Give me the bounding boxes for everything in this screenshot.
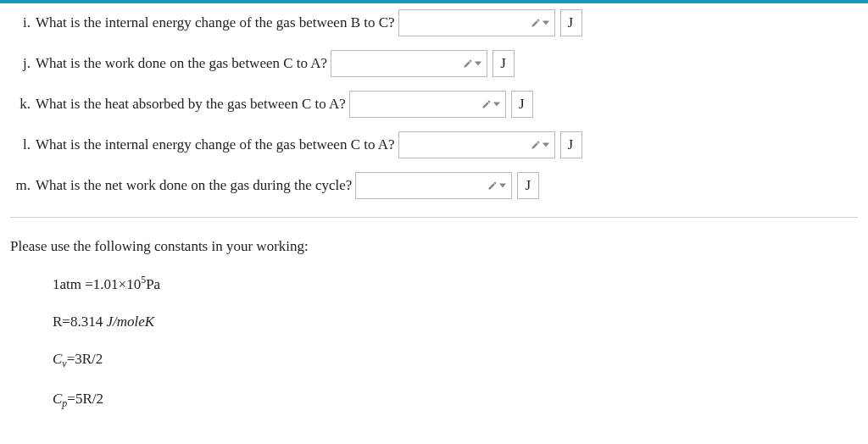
constant-cp: Cp=5R/2 (53, 391, 861, 410)
question-text: What is the work done on the gas between… (36, 55, 331, 72)
constant-atm: 1atm =1.01×105Pa (53, 274, 861, 293)
section-divider (10, 217, 858, 218)
answer-input-m[interactable] (355, 172, 512, 199)
question-row-l: l. What is the internal energy change of… (7, 130, 861, 159)
question-row-i: i. What is the internal energy change of… (7, 8, 861, 37)
answer-input-k[interactable] (349, 91, 506, 118)
question-text: What is the heat absorbed by the gas bet… (36, 96, 349, 113)
question-marker: j. (7, 55, 36, 72)
question-text: What is the net work done on the gas dur… (36, 177, 355, 194)
constants-header: Please use the following constants in yo… (7, 238, 861, 255)
question-text: What is the internal energy change of th… (36, 136, 398, 153)
pencil-dropdown-icon[interactable] (531, 140, 549, 150)
question-text: What is the internal energy change of th… (36, 14, 398, 31)
constant-R: R=8.314 J/moleK (53, 314, 861, 330)
unit-box: J (560, 9, 582, 36)
answer-input-l[interactable] (398, 131, 555, 158)
question-row-k: k. What is the heat absorbed by the gas … (7, 90, 861, 119)
question-marker: i. (7, 14, 36, 31)
question-marker: m. (7, 177, 36, 194)
top-accent-bar (0, 0, 868, 3)
unit-box: J (560, 131, 582, 158)
answer-input-i[interactable] (398, 9, 555, 36)
question-row-m: m. What is the net work done on the gas … (7, 171, 861, 200)
unit-box: J (517, 172, 539, 199)
pencil-dropdown-icon[interactable] (481, 99, 500, 109)
question-marker: k. (7, 96, 36, 113)
unit-box: J (511, 91, 533, 118)
content-area: i. What is the internal energy change of… (0, 8, 868, 410)
constants-list: 1atm =1.01×105Pa R=8.314 J/moleK Cv=3R/2… (7, 274, 861, 410)
answer-input-j[interactable] (331, 50, 487, 77)
pencil-dropdown-icon[interactable] (531, 18, 549, 28)
unit-box: J (492, 50, 515, 77)
question-row-j: j. What is the work done on the gas betw… (7, 49, 861, 78)
question-marker: l. (7, 136, 36, 153)
pencil-dropdown-icon[interactable] (487, 180, 506, 191)
constant-cv: Cv=3R/2 (53, 351, 861, 370)
pencil-dropdown-icon[interactable] (463, 58, 481, 69)
